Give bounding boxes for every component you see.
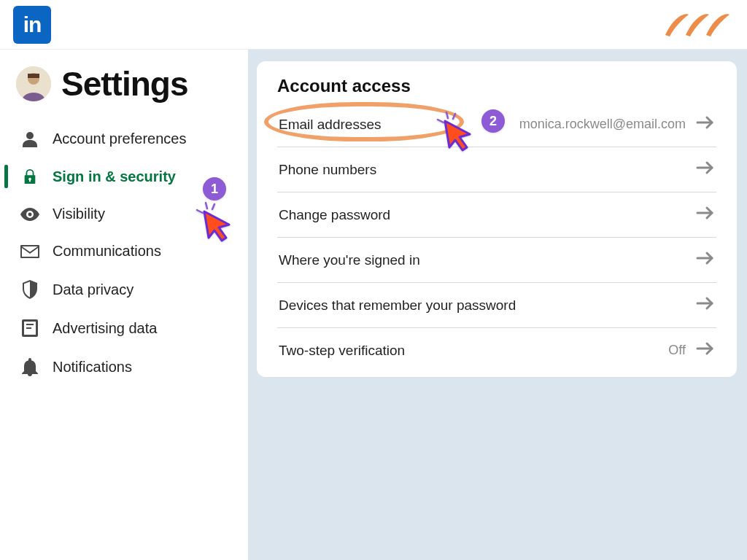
- arrow-right-icon: [696, 251, 715, 269]
- sidebar-item-data-privacy[interactable]: Data privacy: [0, 270, 248, 309]
- linkedin-logo[interactable]: in: [13, 6, 51, 44]
- svg-rect-2: [28, 74, 39, 78]
- arrow-right-icon: [696, 341, 715, 359]
- page-title: Settings: [61, 64, 187, 104]
- account-access-panel: Account access Email addresses monica.ro…: [257, 61, 737, 377]
- row-label: Phone numbers: [279, 162, 376, 178]
- sidebar-item-label: Notifications: [53, 359, 132, 376]
- arrow-right-icon: [696, 115, 715, 133]
- row-value: Off: [668, 343, 686, 358]
- app-header: in: [0, 0, 747, 50]
- sidebar-nav: Account preferences Sign in & security V…: [0, 120, 248, 386]
- sidebar-item-label: Data privacy: [53, 281, 133, 298]
- person-icon: [19, 130, 41, 147]
- row-where-signed-in[interactable]: Where you're signed in: [277, 238, 716, 283]
- svg-line-10: [453, 114, 455, 119]
- sidebar-item-account-preferences[interactable]: Account preferences: [0, 120, 248, 158]
- lock-icon: [19, 168, 41, 185]
- row-two-step-verification[interactable]: Two-step verification Off: [277, 328, 716, 373]
- content-area: Account access Email addresses monica.ro…: [248, 50, 747, 560]
- svg-line-9: [438, 120, 444, 122]
- row-label: Email addresses: [279, 117, 381, 133]
- document-icon: [19, 319, 41, 337]
- annotation-cursor-2: [433, 109, 477, 153]
- sidebar-item-visibility[interactable]: Visibility: [0, 195, 248, 233]
- linkedin-logo-text: in: [23, 12, 42, 37]
- sidebar-item-label: Visibility: [53, 206, 105, 222]
- arrow-right-icon: [696, 296, 715, 314]
- envelope-icon: [19, 245, 41, 258]
- arrow-right-icon: [696, 160, 715, 179]
- row-value: monica.rockwell@email.com: [519, 117, 686, 132]
- arrow-right-icon: [696, 206, 715, 224]
- settings-sidebar: Settings Account preferences Sign in & s…: [0, 50, 248, 560]
- annotation-step-badge-2: 2: [481, 109, 505, 133]
- bell-icon: [19, 357, 41, 376]
- shield-icon: [19, 280, 41, 299]
- brand-swoosh-icon: [661, 9, 734, 41]
- sidebar-item-advertising-data[interactable]: Advertising data: [0, 309, 248, 347]
- panel-heading: Account access: [277, 76, 716, 96]
- sidebar-item-label: Account preferences: [53, 131, 186, 147]
- avatar[interactable]: [16, 66, 51, 101]
- sidebar-item-label: Advertising data: [53, 320, 157, 337]
- svg-point-3: [26, 132, 34, 139]
- row-phone-numbers[interactable]: Phone numbers: [277, 147, 716, 192]
- row-email-addresses[interactable]: Email addresses monica.rockwell@email.co…: [277, 102, 716, 147]
- sidebar-item-sign-in-security[interactable]: Sign in & security: [0, 158, 248, 195]
- eye-icon: [19, 208, 41, 221]
- sidebar-item-communications[interactable]: Communications: [0, 233, 248, 270]
- sidebar-item-notifications[interactable]: Notifications: [0, 347, 248, 386]
- row-label: Devices that remember your password: [279, 298, 516, 314]
- row-label: Where you're signed in: [279, 252, 420, 268]
- svg-line-8: [446, 112, 448, 118]
- row-change-password[interactable]: Change password: [277, 192, 716, 238]
- row-label: Change password: [279, 207, 390, 223]
- row-devices-remember-password[interactable]: Devices that remember your password: [277, 283, 716, 328]
- sidebar-item-label: Sign in & security: [53, 168, 176, 185]
- row-label: Two-step verification: [279, 343, 405, 359]
- settings-header: Settings: [0, 58, 248, 117]
- sidebar-item-label: Communications: [53, 243, 161, 260]
